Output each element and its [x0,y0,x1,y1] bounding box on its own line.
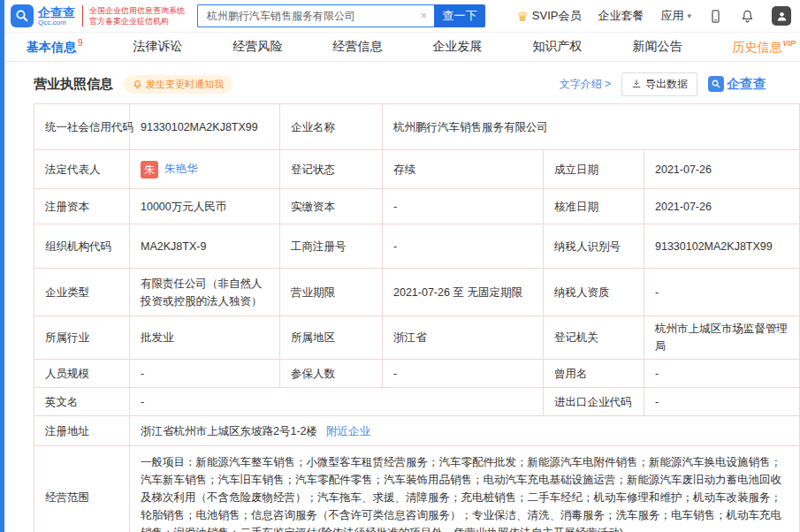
notification-bell-icon[interactable] [740,9,755,24]
text-intro-link[interactable]: 文字介绍 > [560,77,611,92]
search-box: × 查一下 [197,4,485,27]
top-bar: 企查查 Qcc.com 全国企业信用信息查询系统 官方备案企业征信机构 × 查一… [0,0,800,32]
notify-bell-icon [133,80,142,89]
field-label-company-name: 企业名称 [280,104,383,150]
table-row: 企业类型 有限责任公司（非自然人投资或控股的法人独资） 营业期限 2021-07… [34,269,800,316]
user-avatar[interactable] [772,6,791,26]
field-label-insured: 参保人数 [280,360,383,388]
field-value-taxpayer-id: 91330102MA2KJ8TX99 [644,224,800,269]
package-label: 企业套餐 [598,8,644,24]
field-value-reg-authority: 杭州市上城区市场监督管理局 [644,316,800,360]
field-label-biz-term: 营业期限 [280,269,383,316]
qcc-logo[interactable]: 企查查 Qcc.com [11,4,75,27]
license-section-header: 营业执照信息 发生变更时通知我 文字介绍 > 导出数据 企查查 [34,73,766,95]
field-value-legal-rep: 朱朱艳华 [130,150,280,189]
mobile-app-icon[interactable] [708,9,723,24]
enterprise-package-link[interactable]: 企业套餐 [598,8,644,24]
field-value-establish-date: 2021-07-26 [644,150,800,189]
table-row: 注册资本 10000万元人民币 实缴资本 - 核准日期 2021-07-26 [34,189,800,224]
table-row: 法定代表人 朱朱艳华 登记状态 存续 成立日期 2021-07-26 [34,150,800,189]
clear-search-icon[interactable]: × [420,9,427,23]
registered-address-text: 浙江省杭州市上城区东坡路2号1-2楼 [141,425,317,437]
apps-label: 应用 [660,8,683,24]
field-label-legal-rep: 法定代表人 [34,150,130,189]
logo-name-cn: 企查查 [38,6,75,19]
field-value-credit-code: 91330102MA2KJ8TX99 [130,104,280,150]
tab-intellectual-property[interactable]: 知识产权 [533,39,583,55]
field-label-taxpayer-id: 纳税人识别号 [544,224,644,269]
crown-icon: ♛ [516,10,528,23]
table-row: 所属行业 批发业 所属地区 浙江省 登记机关 杭州市上城区市场监督管理局 [34,316,800,360]
top-menu: ♛ SVIP会员 企业套餐 应用 ▾ [516,6,800,26]
tab-operation-info[interactable]: 经营信息 [333,39,383,55]
download-icon [631,79,642,89]
logo-name-en: Qcc.com [38,19,75,27]
change-notify-badge[interactable]: 发生变更时通知我 [124,75,232,94]
left-edge-strip [0,0,4,532]
field-label-business-scope: 经营范围 [34,446,130,532]
tab-operation-risk-label: 经营风险 [233,39,283,53]
qcc-watermark-icon [708,76,724,92]
svip-label: SVIP会员 [532,8,582,24]
field-label-biz-reg-no: 工商注册号 [280,224,383,269]
tab-company-development[interactable]: 企业发展 [433,39,483,55]
field-value-address: 浙江省杭州市上城区东坡路2号1-2楼附近企业 [130,416,800,446]
table-row: 人员规模 - 参保人数 - 曾用名 - [34,360,800,388]
field-label-credit-code: 统一社会信用代码 [34,104,130,150]
section-title: 营业执照信息 [34,76,113,93]
section-header-actions: 文字介绍 > 导出数据 企查查 [560,72,766,96]
search-button[interactable]: 查一下 [434,4,485,27]
tab-legal-litigation[interactable]: 法律诉讼 [133,39,183,55]
tab-basic-info[interactable]: 基本信息9 [27,38,83,56]
tab-history-info-label: 历史信息 [733,39,782,53]
tab-company-development-label: 企业发展 [433,39,483,53]
field-label-establish-date: 成立日期 [544,150,644,189]
field-label-paid-capital: 实缴资本 [280,189,383,224]
tab-legal-litigation-label: 法律诉讼 [133,39,183,53]
table-row: 英文名 - 进出口企业代码 - [34,388,800,416]
field-label-approval-date: 核准日期 [544,189,644,224]
tab-history-vip-badge: VIP [783,39,796,48]
field-label-import-export-code: 进出口企业代码 [544,388,644,416]
business-license-table: 统一社会信用代码 91330102MA2KJ8TX99 企业名称 杭州鹏行汽车销… [34,103,800,532]
table-row: 组织机构代码 MA2KJ8TX-9 工商注册号 - 纳税人识别号 9133010… [34,224,800,269]
field-value-reg-capital: 10000万元人民币 [130,189,280,224]
company-tabs-nav: 基本信息9 法律诉讼 经营风险 经营信息 企业发展 知识产权 新闻公告 历史信息… [0,32,800,62]
qcc-logo-icon [11,4,34,27]
tab-operation-info-label: 经营信息 [333,39,383,53]
export-data-button[interactable]: 导出数据 [621,72,697,96]
field-label-reg-capital: 注册资本 [34,189,130,224]
field-value-business-scope: 一般项目：新能源汽车整车销售；小微型客车租赁经营服务；汽车零配件批发；新能源汽车… [130,446,800,532]
slogan-line1: 全国企业信用信息查询系统 [89,5,185,16]
svip-member-link[interactable]: ♛ SVIP会员 [516,8,581,24]
field-label-english-name: 英文名 [34,388,130,416]
field-value-org-code: MA2KJ8TX-9 [130,224,280,269]
field-label-staff-size: 人员规模 [34,360,130,388]
nearby-companies-link[interactable]: 附近企业 [326,425,370,437]
field-label-reg-status: 登记状态 [280,150,383,189]
tab-history-info[interactable]: 历史信息VIP [733,39,796,56]
field-value-staff-size: - [130,360,280,388]
table-row: 注册地址 浙江省杭州市上城区东坡路2号1-2楼附近企业 [34,416,800,446]
field-label-region: 所属地区 [280,316,383,360]
field-label-reg-authority: 登记机关 [544,316,644,360]
change-notify-label: 发生变更时通知我 [146,78,224,91]
field-label-org-code: 组织机构代码 [34,224,130,269]
field-value-import-export-code: - [644,388,800,416]
field-value-insured: - [383,360,544,388]
field-value-industry: 批发业 [130,316,280,360]
apps-dropdown[interactable]: 应用 ▾ [660,8,691,24]
tab-intellectual-property-label: 知识产权 [533,39,583,53]
tab-news[interactable]: 新闻公告 [633,39,682,55]
qcc-watermark-label: 企查查 [727,76,766,93]
search-input[interactable] [197,4,434,27]
field-value-paid-capital: - [383,189,544,224]
field-value-biz-term: 2021-07-26 至 无固定期限 [383,269,544,316]
qcc-watermark: 企查查 [708,76,766,93]
field-value-approval-date: 2021-07-26 [644,189,800,224]
legal-rep-link[interactable]: 朱艳华 [164,163,198,175]
field-value-region: 浙江省 [383,316,544,360]
legal-rep-avatar: 朱 [141,161,158,179]
field-value-company-name: 杭州鹏行汽车销售服务有限公司 [383,104,800,150]
tab-operation-risk[interactable]: 经营风险 [233,39,283,55]
